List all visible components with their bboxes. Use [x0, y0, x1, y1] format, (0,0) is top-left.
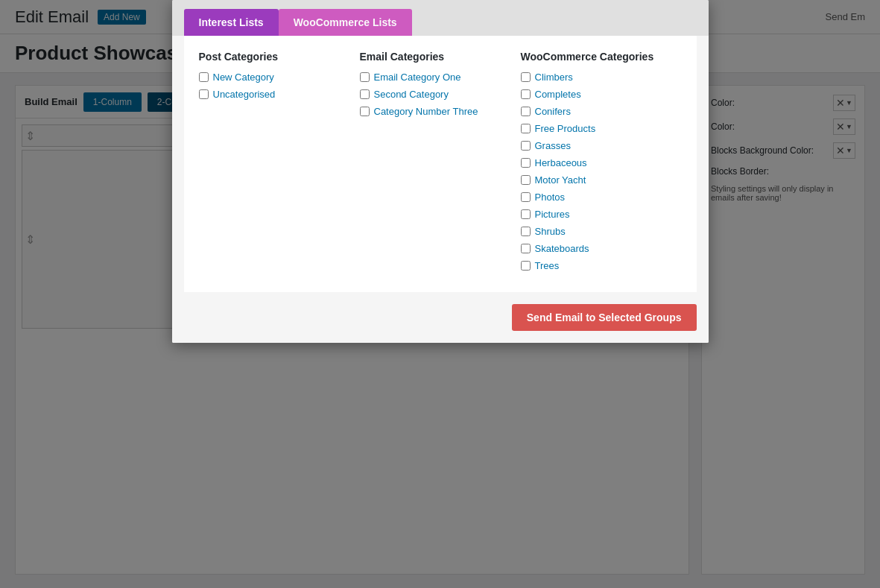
tab-woocommerce-lists[interactable]: WooCommerce Lists [279, 9, 412, 36]
skateboards-label: Skateboards [535, 243, 589, 254]
checkbox-shrubs[interactable]: Shrubs [521, 226, 682, 237]
post-categories-col: Post Categories New Category Uncategoris… [199, 51, 360, 277]
checkbox-herbaceous-input[interactable] [521, 158, 531, 168]
modal-footer: Send Email to Selected Groups [172, 292, 709, 343]
cat-number-three-label: Category Number Three [374, 106, 478, 117]
conifers-label: Conifers [535, 106, 571, 117]
checkbox-shrubs-input[interactable] [521, 227, 531, 236]
checkbox-conifers-input[interactable] [521, 107, 531, 116]
checkbox-conifers[interactable]: Conifers [521, 106, 682, 117]
checkbox-grasses-input[interactable] [521, 141, 531, 151]
modal-overlay: Interest Lists WooCommerce Lists Post Ca… [0, 0, 880, 588]
checkbox-photos-input[interactable] [521, 192, 531, 202]
email-categories-col: Email Categories Email Category One Seco… [360, 51, 521, 277]
checkbox-completes-input[interactable] [521, 89, 531, 99]
checkbox-climbers[interactable]: Climbers [521, 72, 682, 83]
photos-label: Photos [535, 192, 565, 203]
checkbox-completes[interactable]: Completes [521, 89, 682, 100]
checkbox-uncategorised-input[interactable] [199, 89, 209, 99]
checkbox-cat-number-three[interactable]: Category Number Three [360, 106, 521, 117]
checkbox-email-cat-one[interactable]: Email Category One [360, 72, 521, 83]
checkbox-free-products[interactable]: Free Products [521, 123, 682, 134]
categories-grid: Post Categories New Category Uncategoris… [199, 51, 682, 277]
uncategorised-label: Uncategorised [213, 89, 276, 100]
checkbox-second-category-input[interactable] [360, 89, 370, 99]
checkbox-skateboards-input[interactable] [521, 244, 531, 253]
modal-tabs: Interest Lists WooCommerce Lists [172, 0, 709, 36]
post-categories-heading: Post Categories [199, 51, 360, 63]
checkbox-motor-yacht-input[interactable] [521, 175, 531, 185]
checkbox-grasses[interactable]: Grasses [521, 140, 682, 151]
checkbox-second-category[interactable]: Second Category [360, 89, 521, 100]
tab-interest-lists[interactable]: Interest Lists [184, 9, 279, 36]
checkbox-free-products-input[interactable] [521, 124, 531, 133]
modal-body: Post Categories New Category Uncategoris… [184, 36, 697, 292]
checkbox-new-category-input[interactable] [199, 72, 209, 82]
modal-dialog: Interest Lists WooCommerce Lists Post Ca… [172, 0, 709, 343]
woo-categories-heading: WooCommerce Categories [521, 51, 682, 63]
checkbox-trees-input[interactable] [521, 261, 531, 271]
woo-categories-col: WooCommerce Categories Climbers Complete… [521, 51, 682, 277]
trees-label: Trees [535, 260, 560, 271]
checkbox-photos[interactable]: Photos [521, 192, 682, 203]
motor-yacht-label: Motor Yacht [535, 174, 586, 186]
checkbox-pictures-input[interactable] [521, 209, 531, 219]
herbaceous-label: Herbaceous [535, 157, 587, 168]
checkbox-uncategorised[interactable]: Uncategorised [199, 89, 360, 100]
email-categories-heading: Email Categories [360, 51, 521, 63]
grasses-label: Grasses [535, 140, 571, 151]
checkbox-cat-number-three-input[interactable] [360, 107, 370, 116]
checkbox-new-category[interactable]: New Category [199, 72, 360, 83]
shrubs-label: Shrubs [535, 226, 566, 237]
checkbox-email-cat-one-input[interactable] [360, 72, 370, 82]
checkbox-skateboards[interactable]: Skateboards [521, 243, 682, 254]
completes-label: Completes [535, 89, 581, 100]
checkbox-motor-yacht[interactable]: Motor Yacht [521, 174, 682, 186]
new-category-label: New Category [213, 72, 274, 83]
email-cat-one-label: Email Category One [374, 72, 461, 83]
checkbox-pictures[interactable]: Pictures [521, 209, 682, 220]
climbers-label: Climbers [535, 72, 573, 83]
send-email-button[interactable]: Send Email to Selected Groups [512, 304, 697, 331]
checkbox-herbaceous[interactable]: Herbaceous [521, 157, 682, 168]
free-products-label: Free Products [535, 123, 596, 134]
checkbox-trees[interactable]: Trees [521, 260, 682, 271]
pictures-label: Pictures [535, 209, 570, 220]
second-category-label: Second Category [374, 89, 449, 100]
checkbox-climbers-input[interactable] [521, 72, 531, 82]
